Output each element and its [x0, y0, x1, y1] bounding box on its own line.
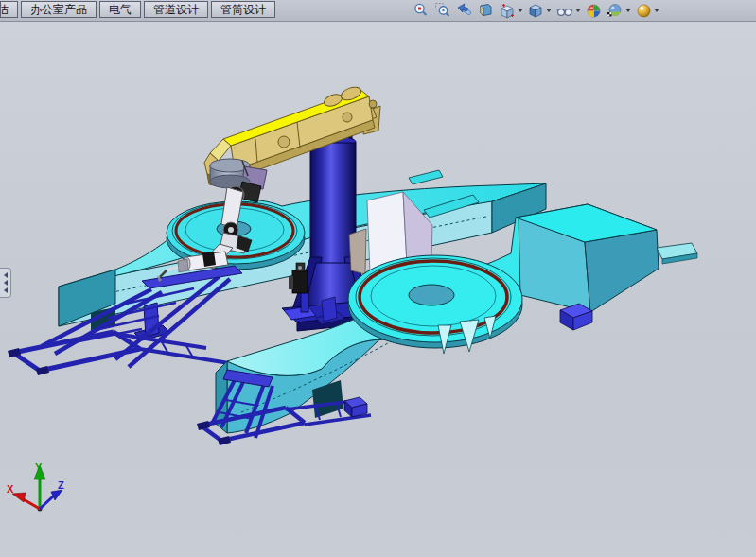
hide-show-items-dropdown-arrow[interactable] — [575, 9, 581, 12]
display-style-dropdown-arrow[interactable] — [546, 9, 552, 12]
triad-x-label: X — [7, 483, 14, 495]
cad-application-window: Y X Z 估 办公室产品 电气 管道设计 管筒设计 — [0, 0, 756, 557]
graphics-area[interactable]: Y X Z — [0, 0, 756, 557]
panel-collapse-handle[interactable] — [0, 268, 11, 298]
view-orientation-icon[interactable] — [500, 2, 523, 20]
heads-up-view-toolbar — [413, 1, 659, 20]
view-orientation-dropdown-arrow[interactable] — [518, 9, 523, 12]
triad-y-label: Y — [35, 461, 43, 473]
tab-tubing-design[interactable]: 管筒设计 — [211, 1, 275, 18]
apply-scene-icon[interactable] — [607, 2, 631, 20]
hide-show-items-icon[interactable] — [556, 2, 581, 20]
collapse-arrow-icon — [4, 287, 8, 293]
collapse-arrow-icon — [4, 280, 8, 286]
view-settings-icon[interactable] — [636, 2, 659, 20]
tab-electrical[interactable]: 电气 — [99, 1, 141, 18]
section-view-icon[interactable] — [478, 2, 495, 20]
display-style-icon[interactable] — [528, 2, 552, 20]
triad-z-label: Z — [58, 479, 64, 491]
zoom-to-fit-icon[interactable] — [413, 2, 430, 20]
apply-scene-dropdown-arrow[interactable] — [625, 9, 631, 12]
zoom-to-area-icon[interactable] — [434, 2, 451, 20]
edit-appearance-icon[interactable] — [586, 2, 602, 20]
tab-office-products[interactable]: 办公室产品 — [21, 1, 97, 18]
tab-piping-design[interactable]: 管道设计 — [144, 1, 208, 18]
tab-evaluate-partial[interactable]: 估 — [0, 1, 18, 18]
rotary-ring-front[interactable] — [348, 255, 522, 348]
previous-view-icon[interactable] — [456, 2, 473, 20]
view-settings-dropdown-arrow[interactable] — [654, 9, 659, 12]
collapse-arrow-icon — [4, 272, 8, 278]
